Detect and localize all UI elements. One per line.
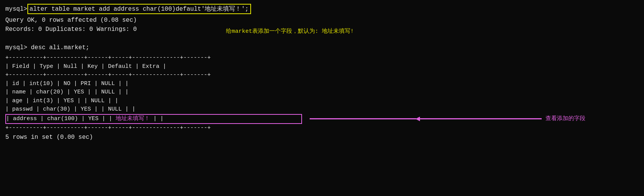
arrow-annotation: ◀ 查看添加的字段 (310, 115, 585, 124)
output-line-1: Query OK, 0 rows affected (0.08 sec) (5, 16, 639, 25)
table-sep-mid: +----------+-----------+------+-----+---… (5, 71, 639, 80)
table-row-address: | address | char(100) | YES | | 地址未填写！ |… (5, 114, 302, 124)
prompt-2: mysql> (5, 44, 27, 51)
table-row-name: | name | char(20) | YES | | NULL | | (5, 88, 639, 97)
table-sep-bot: +----------+-----------+------+-----+---… (5, 124, 639, 133)
table-row-id: | id | int(10) | NO | PRI | NULL | | (5, 80, 639, 88)
prompt-1: mysql> (5, 6, 27, 13)
address-row-prefix: | address | char(100) | YES | | (6, 116, 116, 122)
terminal-window: mysql> alter table market add address ch… (5, 4, 639, 196)
command-text-1: alter table market add address char(100)… (27, 4, 251, 14)
command-block-1: mysql> alter table market add address ch… (5, 4, 639, 14)
command-block-2: mysql> desc ali.market; (5, 43, 639, 52)
address-default-value: 地址未填写！ (116, 116, 150, 122)
table-header-row: | Field | Type | Null | Key | Default | … (5, 63, 639, 71)
arrow-line-2 (420, 118, 542, 119)
table-row-age: | age | int(3) | YES | | NULL | | (5, 97, 639, 106)
output-final: 5 rows in set (0.00 sec) (5, 133, 639, 142)
table-sep-top: +----------+-----------+------+-----+---… (5, 54, 639, 63)
arrow-line (310, 118, 416, 119)
table-row-address-container: | address | char(100) | YES | | 地址未填写！ |… (5, 114, 639, 124)
blank-line-1 (5, 34, 639, 43)
address-row-suffix: | | (150, 116, 164, 122)
annotation-top: 给market表添加一个字段，默认为: 地址未填写! (226, 27, 354, 35)
annotation-arrow-text: 查看添加的字段 (545, 115, 585, 124)
table-row-passwd: | passwd | char(30) | YES | | NULL | | (5, 105, 639, 114)
command-text-2: desc ali.market; (27, 44, 89, 51)
